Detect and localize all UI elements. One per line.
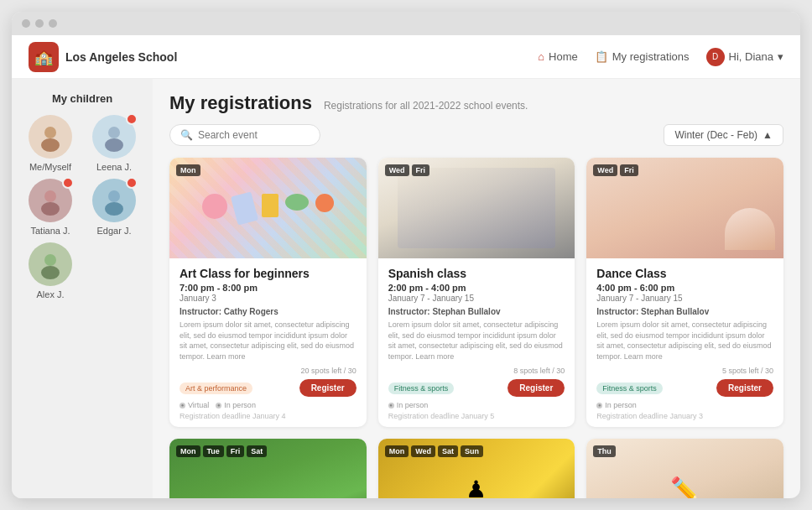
- day-tag-mon: Mon: [176, 164, 200, 176]
- app-body: 🏫 Los Angeles School ⌂ Home 📋 My registr…: [12, 35, 800, 498]
- art-class-instructor: Instructor: Cathy Rogers: [180, 307, 357, 316]
- main-layout: My children Me/Myself: [12, 79, 800, 498]
- app-window: 🏫 Los Angeles School ⌂ Home 📋 My registr…: [12, 12, 800, 498]
- events-grid: Mon Art Class for beginners 7:00 pm - 8:…: [169, 158, 783, 498]
- day-tag-wed: Wed: [385, 164, 409, 176]
- dance-class-register-button[interactable]: Register: [716, 379, 773, 397]
- art-class-deadline: Registration deadline January 4: [180, 412, 357, 420]
- titlebar-minimize[interactable]: [35, 19, 44, 28]
- spanish-class-body: Spanish class 2:00 pm - 4:00 pm January …: [378, 258, 575, 427]
- child-tatiana[interactable]: Tatiana J.: [22, 179, 79, 236]
- location-icon: ●: [388, 403, 394, 409]
- day-tag-sun: Sun: [461, 445, 483, 457]
- art-class-title: Art Class for beginners: [180, 267, 357, 280]
- art-class-body: Art Class for beginners 7:00 pm - 8:00 p…: [169, 258, 367, 427]
- spanish-class-days: Wed Fri: [385, 164, 429, 176]
- search-input[interactable]: [198, 129, 299, 141]
- day-tag-tue: Tue: [203, 445, 224, 457]
- child-leena-avatar: [92, 115, 136, 159]
- event-art-class: Mon Art Class for beginners 7:00 pm - 8:…: [169, 158, 367, 427]
- filter-label: Winter (Dec - Feb): [674, 129, 757, 141]
- spanish-class-title: Spanish class: [388, 267, 565, 280]
- day-tag-sat: Sat: [247, 445, 267, 457]
- spanish-class-time: 2:00 pm - 4:00 pm: [388, 283, 565, 293]
- child-leena[interactable]: Leena J.: [86, 115, 143, 172]
- chess-image: ♟ Mon Wed Sat Sun: [378, 439, 575, 498]
- location2-icon: ●: [216, 403, 221, 409]
- spanish-class-instructor: Instructor: Stephan Bullalov: [388, 307, 565, 316]
- sidebar: My children Me/Myself: [12, 79, 153, 498]
- tatiana-badge: [62, 177, 74, 189]
- spanish-class-register-button[interactable]: Register: [508, 379, 565, 397]
- day-tag-sat2: Sat: [438, 445, 458, 457]
- child-edgar[interactable]: Edgar J.: [86, 179, 143, 236]
- child-edgar-avatar: [92, 179, 136, 222]
- leena-badge: [126, 113, 138, 125]
- home-icon: ⌂: [538, 50, 544, 63]
- spanish-class-meta: ● In person: [388, 401, 565, 409]
- user-avatar-icon: D: [706, 48, 725, 66]
- brand: 🏫 Los Angeles School: [29, 42, 538, 72]
- event-spanish-class: Wed Fri Spanish class 2:00 pm - 4:00 pm …: [378, 158, 575, 427]
- page-header-row: My registrations Registrations for all 2…: [169, 92, 783, 114]
- art-class-register-button[interactable]: Register: [299, 379, 357, 397]
- art-class-image: Mon: [169, 158, 367, 258]
- dance-class-deadline: Registration deadline January 3: [596, 412, 773, 420]
- dance-class-spots: 5 spots left / 30: [596, 367, 773, 375]
- titlebar-maximize[interactable]: [49, 19, 57, 28]
- registrations-icon: 📋: [595, 50, 608, 63]
- day-tag-mon2: Mon: [176, 445, 200, 457]
- art-class-spots: 20 spots left / 30: [180, 367, 357, 375]
- soccer-days: Mon Tue Fri Sat: [176, 445, 267, 457]
- art-class-tag: Art & performance: [180, 382, 252, 394]
- child-me[interactable]: Me/Myself: [22, 115, 79, 172]
- page-title: My registrations: [169, 92, 312, 114]
- art-class-date: January 3: [180, 294, 357, 303]
- day-tag-mon3: Mon: [385, 445, 409, 457]
- day-tag-wed2: Wed: [593, 164, 617, 176]
- spanish-class-deadline: Registration deadline January 5: [388, 412, 565, 420]
- dance-class-meta: ● In person: [596, 401, 773, 409]
- dance-class-date: January 7 - January 15: [596, 294, 773, 303]
- titlebar-close[interactable]: [22, 19, 30, 28]
- svg-point-3: [105, 138, 123, 152]
- svg-point-0: [44, 127, 56, 138]
- dance-class-time: 4:00 pm - 6:00 pm: [596, 283, 773, 293]
- spanish-class-tag: Fitness & sports: [388, 382, 455, 394]
- day-tag-fri2: Fri: [620, 164, 638, 176]
- art-class-meta: ● Virtual ● In person: [180, 401, 357, 409]
- nav-user[interactable]: D Hi, Diana ▾: [706, 48, 783, 66]
- art-class-days: Mon: [176, 164, 200, 176]
- content-area: My registrations Registrations for all 2…: [153, 79, 800, 498]
- page-subtitle: Registrations for all 2021-2022 school e…: [324, 100, 528, 112]
- dance-class-location1: ● In person: [596, 401, 637, 409]
- toolbar: 🔍 Winter (Dec - Feb) ▲: [169, 124, 783, 146]
- svg-point-7: [105, 202, 123, 216]
- event-chess: ♟ Mon Wed Sat Sun Morning Chess Club 6:0…: [378, 439, 575, 498]
- art-class-location2: ● In person: [216, 401, 256, 409]
- svg-point-2: [108, 127, 120, 138]
- nav-registrations[interactable]: 📋 My registrations: [595, 50, 690, 63]
- dance-class-desc: Lorem ipsum dolor sit amet, consectetur …: [596, 320, 773, 362]
- season-filter-button[interactable]: Winter (Dec - Feb) ▲: [664, 124, 783, 146]
- day-tag-wed3: Wed: [411, 445, 435, 457]
- dance-class-body: Dance Class 4:00 pm - 6:00 pm January 7 …: [586, 258, 783, 427]
- svg-point-1: [41, 138, 60, 152]
- day-tag-fri3: Fri: [226, 445, 245, 457]
- dance-class-days: Wed Fri: [593, 164, 638, 176]
- child-alex-avatar: [29, 242, 72, 286]
- dance-class-tag: Fitness & sports: [596, 382, 663, 394]
- child-alex-name: Alex J.: [36, 289, 64, 299]
- edgar-badge: [126, 177, 138, 189]
- child-me-avatar: [29, 115, 72, 159]
- event-dance-class: Wed Fri Dance Class 4:00 pm - 6:00 pm Ja…: [586, 158, 783, 427]
- svg-point-6: [108, 190, 120, 202]
- dance-class-title: Dance Class: [596, 267, 773, 280]
- nav-home[interactable]: ⌂ Home: [538, 50, 578, 63]
- titlebar: [12, 12, 800, 35]
- child-edgar-name: Edgar J.: [97, 226, 132, 236]
- search-box[interactable]: 🔍: [169, 124, 320, 146]
- chess-days: Mon Wed Sat Sun: [385, 445, 483, 457]
- brand-icon: 🏫: [29, 42, 59, 72]
- child-alex[interactable]: Alex J.: [22, 242, 79, 299]
